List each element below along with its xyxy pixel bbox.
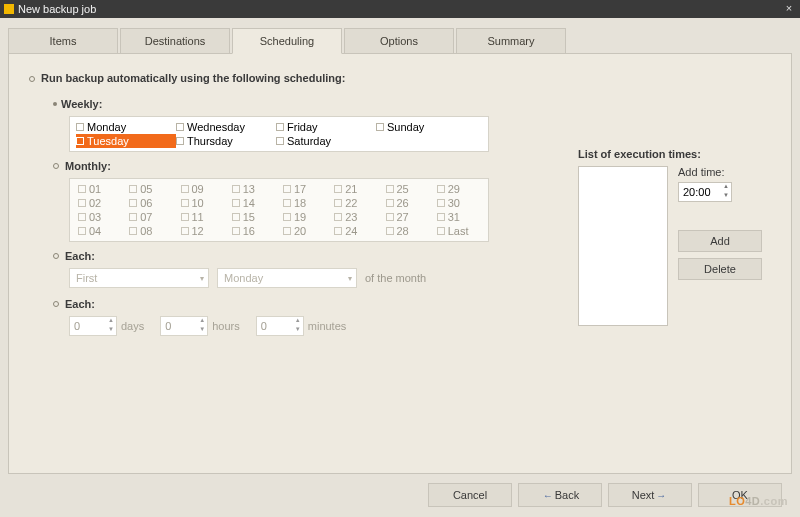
add-time-label: Add time: xyxy=(678,166,762,178)
month-day-20[interactable]: 20 xyxy=(283,225,326,237)
month-day-22[interactable]: 22 xyxy=(334,197,377,209)
chevron-down-icon: ▾ xyxy=(348,274,352,283)
cancel-button[interactable]: Cancel xyxy=(428,483,512,507)
time-stepper[interactable]: 20:00▲▼ xyxy=(678,182,732,202)
month-day-17[interactable]: 17 xyxy=(283,183,326,195)
minutes-unit: minutes xyxy=(308,320,347,332)
weekly-box: Monday Wednesday Friday Sunday Tuesday T… xyxy=(69,116,489,152)
ok-button[interactable]: OK xyxy=(698,483,782,507)
month-day-30[interactable]: 30 xyxy=(437,197,480,209)
month-day-27[interactable]: 27 xyxy=(386,211,429,223)
chevron-down-icon: ▾ xyxy=(200,274,204,283)
tab-destinations[interactable]: Destinations xyxy=(120,28,230,53)
footer-buttons: Cancel ←Back Next→ OK xyxy=(428,483,782,507)
scheduling-panel: Run backup automatically using the follo… xyxy=(8,54,792,474)
ordinal-combo[interactable]: First▾ xyxy=(69,268,209,288)
day-monday[interactable]: Monday xyxy=(76,120,176,134)
app-icon xyxy=(4,4,14,14)
tab-options[interactable]: Options xyxy=(344,28,454,53)
month-day-12[interactable]: 12 xyxy=(181,225,224,237)
arrow-left-icon: ← xyxy=(543,490,553,501)
month-day-05[interactable]: 05 xyxy=(129,183,172,195)
tab-scheduling[interactable]: Scheduling xyxy=(232,28,342,54)
month-day-19[interactable]: 19 xyxy=(283,211,326,223)
delete-button[interactable]: Delete xyxy=(678,258,762,280)
month-day-31[interactable]: 31 xyxy=(437,211,480,223)
month-day-10[interactable]: 10 xyxy=(181,197,224,209)
minutes-stepper[interactable]: 0▲▼ xyxy=(256,316,304,336)
month-day-08[interactable]: 08 xyxy=(129,225,172,237)
exec-times-label: List of execution times: xyxy=(578,148,773,160)
month-day-02[interactable]: 02 xyxy=(78,197,121,209)
month-day-24[interactable]: 24 xyxy=(334,225,377,237)
month-day-25[interactable]: 25 xyxy=(386,183,429,195)
month-day-15[interactable]: 15 xyxy=(232,211,275,223)
month-day-23[interactable]: 23 xyxy=(334,211,377,223)
day-sunday[interactable]: Sunday xyxy=(376,120,476,134)
month-day-06[interactable]: 06 xyxy=(129,197,172,209)
month-day-14[interactable]: 14 xyxy=(232,197,275,209)
day-combo[interactable]: Monday▾ xyxy=(217,268,357,288)
arrow-right-icon: → xyxy=(656,490,666,501)
back-button[interactable]: ←Back xyxy=(518,483,602,507)
month-day-11[interactable]: 11 xyxy=(181,211,224,223)
days-stepper[interactable]: 0▲▼ xyxy=(69,316,117,336)
day-wednesday[interactable]: Wednesday xyxy=(176,120,276,134)
weekly-label[interactable]: Weekly: xyxy=(53,98,775,110)
tab-summary[interactable]: Summary xyxy=(456,28,566,53)
month-day-16[interactable]: 16 xyxy=(232,225,275,237)
month-day-01[interactable]: 01 xyxy=(78,183,121,195)
day-thursday[interactable]: Thursday xyxy=(176,134,276,148)
panel-heading: Run backup automatically using the follo… xyxy=(29,72,775,84)
window-title: New backup job xyxy=(18,3,782,15)
exec-times-list[interactable] xyxy=(578,166,668,326)
days-unit: days xyxy=(121,320,144,332)
window-body: Items Destinations Scheduling Options Su… xyxy=(0,18,800,517)
month-day-09[interactable]: 09 xyxy=(181,183,224,195)
month-day-Last[interactable]: Last xyxy=(437,225,480,237)
close-icon[interactable]: × xyxy=(782,2,796,16)
month-day-28[interactable]: 28 xyxy=(386,225,429,237)
month-day-26[interactable]: 26 xyxy=(386,197,429,209)
day-saturday[interactable]: Saturday xyxy=(276,134,376,148)
month-day-21[interactable]: 21 xyxy=(334,183,377,195)
next-button[interactable]: Next→ xyxy=(608,483,692,507)
month-day-03[interactable]: 03 xyxy=(78,211,121,223)
of-the-month-text: of the month xyxy=(365,272,426,284)
month-day-04[interactable]: 04 xyxy=(78,225,121,237)
day-tuesday[interactable]: Tuesday xyxy=(76,134,176,148)
tab-strip: Items Destinations Scheduling Options Su… xyxy=(8,28,792,54)
hours-unit: hours xyxy=(212,320,240,332)
title-bar: New backup job × xyxy=(0,0,800,18)
hours-stepper[interactable]: 0▲▼ xyxy=(160,316,208,336)
monthly-box: 0105091317212529020610141822263003071115… xyxy=(69,178,489,242)
tab-items[interactable]: Items xyxy=(8,28,118,53)
day-friday[interactable]: Friday xyxy=(276,120,376,134)
month-day-07[interactable]: 07 xyxy=(129,211,172,223)
month-day-18[interactable]: 18 xyxy=(283,197,326,209)
add-button[interactable]: Add xyxy=(678,230,762,252)
execution-times-panel: List of execution times: Add time: 20:00… xyxy=(578,148,773,326)
month-day-13[interactable]: 13 xyxy=(232,183,275,195)
month-day-29[interactable]: 29 xyxy=(437,183,480,195)
